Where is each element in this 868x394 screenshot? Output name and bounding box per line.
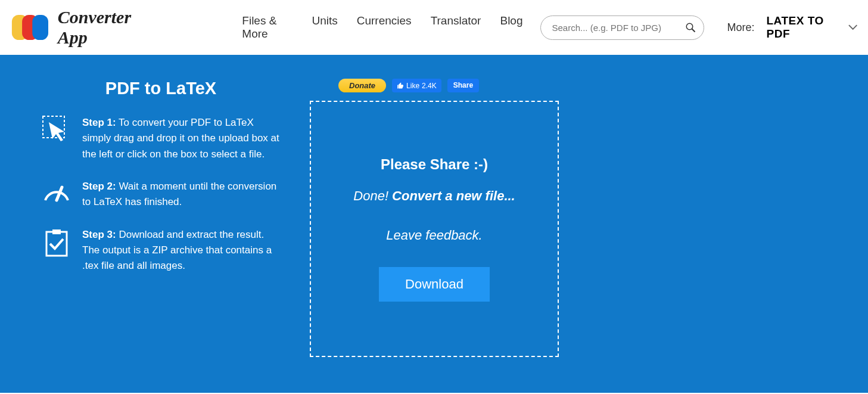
search-input[interactable] [540, 15, 704, 40]
header: Converter App Files & More Units Currenc… [0, 0, 868, 55]
action-column: Donate Like 2.4K Share Please Share :-) … [310, 79, 559, 357]
feedback-link[interactable]: Leave feedback. [386, 228, 482, 243]
chevron-down-icon [848, 24, 857, 30]
done-text: Done! [353, 188, 392, 203]
done-line: Done! Convert a new file... [353, 188, 515, 204]
brand-name: Converter App [58, 7, 160, 48]
fb-share-button[interactable]: Share [447, 79, 479, 92]
drop-box[interactable]: Please Share :-) Done! Convert a new fil… [310, 101, 559, 357]
step-1-text: Step 1: To convert your PDF to LaTeX sim… [82, 115, 280, 162]
step-3: Step 3: Download and extract the result.… [42, 227, 280, 274]
step-1: Step 1: To convert your PDF to LaTeX sim… [42, 115, 280, 162]
main-nav: Files & More Units Currencies Translator… [242, 14, 522, 41]
page-title: PDF to LaTeX [42, 79, 280, 98]
step-2-label: Step 2: [82, 181, 116, 192]
more-label: More: [727, 21, 754, 34]
step-3-text: Step 3: Download and extract the result.… [82, 227, 280, 274]
fb-like-count: 2.4K [422, 82, 437, 90]
thumbs-up-icon [397, 82, 404, 89]
logo[interactable]: Converter App [11, 7, 160, 48]
search-wrap [540, 15, 704, 40]
nav-units[interactable]: Units [312, 14, 337, 41]
clipboard-check-icon [42, 227, 71, 257]
svg-rect-2 [32, 15, 48, 40]
cursor-icon [42, 115, 71, 145]
share-title: Please Share :-) [381, 156, 488, 173]
social-row: Donate Like 2.4K Share [338, 79, 559, 92]
nav-blog[interactable]: Blog [500, 14, 522, 41]
instructions-column: PDF to LaTeX Step 1: To convert your PDF… [42, 79, 280, 357]
donate-button[interactable]: Donate [338, 79, 386, 92]
step-1-label: Step 1: [82, 117, 116, 128]
step-2: Step 2: Wait a moment until the conversi… [42, 179, 280, 210]
logo-icon [11, 11, 52, 44]
svg-rect-8 [52, 229, 61, 234]
nav-translator[interactable]: Translator [431, 14, 481, 41]
convert-new-link[interactable]: Convert a new file... [392, 188, 515, 203]
svg-point-3 [687, 23, 693, 30]
nav-files[interactable]: Files & More [242, 14, 293, 41]
fb-like-label: Like [406, 82, 419, 90]
gauge-icon [42, 179, 71, 209]
hero-section: PDF to LaTeX Step 1: To convert your PDF… [0, 55, 868, 393]
step-3-label: Step 3: [82, 229, 116, 240]
more-link[interactable]: LATEX TO PDF [767, 14, 858, 41]
nav-currencies[interactable]: Currencies [357, 14, 412, 41]
search-icon[interactable] [685, 22, 696, 33]
download-button[interactable]: Download [379, 267, 490, 302]
svg-rect-7 [46, 232, 67, 256]
more-link-text: LATEX TO PDF [767, 14, 847, 41]
svg-line-4 [692, 29, 695, 32]
fb-like-button[interactable]: Like 2.4K [392, 79, 441, 92]
step-2-text: Step 2: Wait a moment until the conversi… [82, 179, 280, 210]
